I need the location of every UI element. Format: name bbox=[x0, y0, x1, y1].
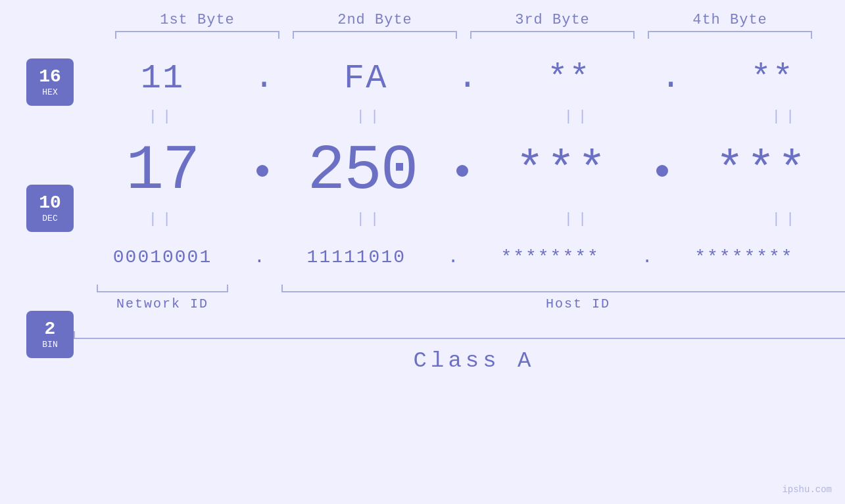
dec-b2-cell: 250 bbox=[274, 135, 451, 207]
hex-b4-cell: ** bbox=[684, 59, 845, 98]
bin-dot1: . bbox=[254, 247, 265, 267]
dec-badge-number: 10 bbox=[39, 193, 61, 214]
bracket4 bbox=[641, 31, 819, 39]
hex-b2: FA bbox=[277, 59, 454, 98]
dec-b4: *** bbox=[673, 144, 845, 198]
hex-badge-label: HEX bbox=[42, 87, 57, 97]
byte-headers: 1st Byte 2nd Byte 3rd Byte 4th Byte bbox=[0, 12, 845, 28]
eq1-b4: || bbox=[697, 108, 845, 125]
equals-row-2: || || || || bbox=[74, 207, 845, 231]
eq2-b1: || bbox=[74, 211, 251, 227]
eq1-b1: || bbox=[74, 108, 251, 125]
badges-column: 16 HEX 10 DEC 2 BIN bbox=[26, 45, 74, 358]
eq2-b2: || bbox=[281, 211, 459, 227]
hex-b2-cell: FA bbox=[277, 59, 454, 98]
bin-b1: 00010001 bbox=[74, 247, 251, 267]
bin-b2-cell: 11111010 bbox=[268, 247, 445, 267]
bin-badge: 2 BIN bbox=[26, 311, 74, 358]
dec-b3: *** bbox=[473, 144, 651, 198]
bracket2 bbox=[286, 31, 464, 39]
hex-badge-number: 16 bbox=[39, 67, 61, 87]
outer-bracket-row bbox=[74, 331, 845, 339]
bin-badge-number: 2 bbox=[45, 319, 56, 340]
dec-b1-cell: 17 bbox=[74, 135, 251, 207]
host-bracket-group: Host ID bbox=[281, 285, 845, 311]
bracket3-line bbox=[470, 31, 635, 39]
bin-b4-cell: ******** bbox=[655, 247, 833, 267]
dec-row: 17 250 *** *** bbox=[74, 135, 845, 207]
hex-b4: ** bbox=[684, 59, 845, 98]
equals-row-1: || || || || bbox=[74, 104, 845, 128]
bin-b2: 11111010 bbox=[268, 247, 445, 267]
hex-b1-cell: 11 bbox=[74, 59, 251, 98]
byte2-header: 2nd Byte bbox=[286, 12, 464, 28]
main-container: 1st Byte 2nd Byte 3rd Byte 4th Byte 16 H… bbox=[0, 0, 845, 504]
bin-dot3: . bbox=[642, 247, 653, 267]
dec-badge-label: DEC bbox=[42, 214, 57, 223]
bin-dot2: . bbox=[448, 247, 459, 267]
bracket4-line bbox=[648, 31, 812, 39]
bin-b3: ******** bbox=[462, 247, 639, 267]
byte3-header: 3rd Byte bbox=[464, 12, 641, 28]
hex-b3-cell: ** bbox=[480, 59, 658, 98]
byte1-header: 1st Byte bbox=[109, 12, 286, 28]
eq2-b3: || bbox=[489, 211, 667, 227]
hex-b3: ** bbox=[480, 59, 658, 98]
dec-b3-cell: *** bbox=[473, 144, 651, 198]
bin-b3-cell: ******** bbox=[462, 247, 639, 267]
ip-display: 11 . FA . ** . ** || || bbox=[74, 45, 845, 373]
network-id-label: Network ID bbox=[116, 296, 208, 311]
bin-row: 00010001 . 11111010 . ******** . *******… bbox=[74, 237, 845, 277]
hex-row: 11 . FA . ** . ** bbox=[74, 52, 845, 104]
dec-dot3 bbox=[656, 165, 668, 177]
class-label: Class A bbox=[414, 348, 535, 373]
hex-dot3: . bbox=[660, 61, 681, 95]
host-id-label: Host ID bbox=[546, 296, 610, 311]
hex-dot1: . bbox=[254, 61, 274, 95]
dec-b4-cell: *** bbox=[673, 144, 845, 198]
dec-dot1 bbox=[256, 165, 268, 177]
byte4-header: 4th Byte bbox=[641, 12, 819, 28]
network-bracket bbox=[97, 285, 228, 292]
bracket1 bbox=[109, 31, 286, 39]
bracket3 bbox=[464, 31, 641, 39]
bin-b1-cell: 00010001 bbox=[74, 247, 251, 267]
bottom-brackets-labels: Network ID Host ID bbox=[74, 285, 845, 311]
dec-b2: 250 bbox=[274, 135, 451, 207]
eq1-b3: || bbox=[489, 108, 667, 125]
top-brackets bbox=[0, 31, 845, 39]
hex-dot2: . bbox=[457, 61, 477, 95]
dec-b1: 17 bbox=[74, 135, 251, 207]
class-container: Class A bbox=[74, 348, 845, 373]
bin-badge-label: BIN bbox=[42, 340, 57, 350]
content-area: 16 HEX 10 DEC 2 BIN 11 . FA bbox=[0, 45, 845, 373]
outer-bracket bbox=[74, 331, 845, 339]
watermark: ipshu.com bbox=[782, 484, 832, 495]
eq1-b2: || bbox=[281, 108, 459, 125]
eq2-b4: || bbox=[697, 211, 845, 227]
host-bracket bbox=[281, 285, 845, 292]
bracket1-line bbox=[115, 31, 279, 39]
bin-b4: ******** bbox=[655, 247, 833, 267]
network-bracket-group: Network ID bbox=[74, 285, 251, 311]
dec-badge: 10 DEC bbox=[26, 185, 74, 232]
dec-dot2 bbox=[456, 165, 468, 177]
hex-badge: 16 HEX bbox=[26, 58, 74, 106]
bracket2-line bbox=[293, 31, 457, 39]
hex-b1: 11 bbox=[74, 59, 251, 98]
